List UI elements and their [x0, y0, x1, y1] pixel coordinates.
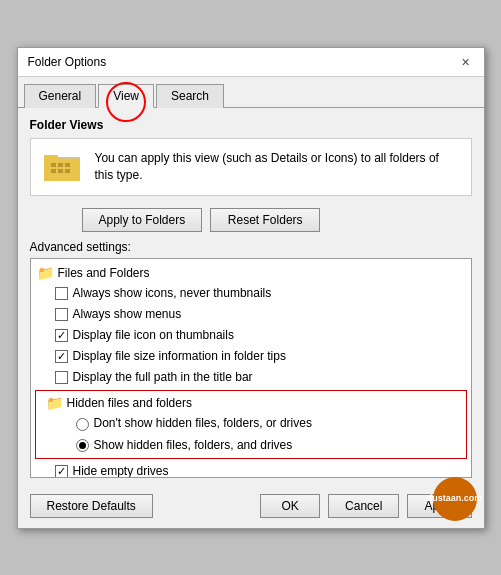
- checkbox-display-file-size[interactable]: [55, 350, 68, 363]
- svg-rect-2: [44, 155, 58, 161]
- radio-dont-show[interactable]: [76, 418, 89, 431]
- close-button[interactable]: ×: [458, 54, 474, 70]
- hidden-files-group: 📁 Hidden files and folders Don't show hi…: [35, 390, 467, 458]
- list-item[interactable]: Display file size information in folder …: [31, 346, 471, 367]
- tab-search[interactable]: Search: [156, 84, 224, 108]
- settings-list-container[interactable]: 📁 Files and Folders Always show icons, n…: [30, 258, 472, 478]
- group-header-files-and-folders: 📁 Files and Folders: [31, 263, 471, 283]
- folder-views-buttons: Apply to Folders Reset Folders: [82, 208, 472, 232]
- bottom-left: Restore Defaults: [30, 494, 253, 518]
- list-item[interactable]: Display the full path in the title bar: [31, 367, 471, 388]
- radio-show[interactable]: [76, 439, 89, 452]
- bottom-buttons: Restore Defaults OK Cancel Apply: [18, 488, 484, 528]
- folder-icon-hidden: 📁: [46, 395, 63, 411]
- list-item[interactable]: Always show icons, never thumbnails: [31, 283, 471, 304]
- checkbox-display-full-path[interactable]: [55, 371, 68, 384]
- cancel-button[interactable]: Cancel: [328, 494, 399, 518]
- list-item-radio-show[interactable]: Show hidden files, folders, and drives: [40, 435, 462, 456]
- list-item[interactable]: Always show menus: [31, 304, 471, 325]
- tab-general[interactable]: General: [24, 84, 97, 108]
- folder-icon-small: 📁: [37, 265, 54, 281]
- checkbox-always-show-icons[interactable]: [55, 287, 68, 300]
- svg-rect-8: [65, 169, 70, 173]
- svg-rect-5: [65, 163, 70, 167]
- reset-folders-button[interactable]: Reset Folders: [210, 208, 320, 232]
- checkbox-hide-empty-drives[interactable]: [55, 465, 68, 478]
- settings-list: 📁 Files and Folders Always show icons, n…: [31, 259, 471, 478]
- folder-views-description: You can apply this view (such as Details…: [95, 150, 459, 184]
- ok-button[interactable]: OK: [260, 494, 320, 518]
- tab-content: Folder Views You can apply this view: [18, 108, 484, 488]
- list-item[interactable]: Display file icon on thumbnails: [31, 325, 471, 346]
- advanced-settings-label: Advanced settings:: [30, 240, 472, 254]
- svg-rect-3: [51, 163, 56, 167]
- watermark: dustaan.com: [433, 477, 477, 521]
- svg-rect-4: [58, 163, 63, 167]
- restore-defaults-button[interactable]: Restore Defaults: [30, 494, 153, 518]
- apply-to-folders-button[interactable]: Apply to Folders: [82, 208, 203, 232]
- tab-view[interactable]: View: [98, 84, 154, 108]
- tab-bar: General View Search: [18, 77, 484, 108]
- folder-views-box: You can apply this view (such as Details…: [30, 138, 472, 196]
- folder-options-dialog: Folder Options × General View Search Fol…: [17, 47, 485, 529]
- svg-rect-7: [58, 169, 63, 173]
- svg-rect-6: [51, 169, 56, 173]
- section-title-folder-views: Folder Views: [30, 118, 472, 132]
- folder-icon: [43, 149, 83, 185]
- list-item[interactable]: Hide empty drives: [31, 461, 471, 478]
- checkbox-display-file-icon[interactable]: [55, 329, 68, 342]
- list-item-radio-dont-show[interactable]: Don't show hidden files, folders, or dri…: [40, 413, 462, 434]
- group-header-hidden-files: 📁 Hidden files and folders: [40, 393, 462, 413]
- dialog-title: Folder Options: [28, 55, 107, 69]
- checkbox-always-show-menus[interactable]: [55, 308, 68, 321]
- title-bar: Folder Options ×: [18, 48, 484, 77]
